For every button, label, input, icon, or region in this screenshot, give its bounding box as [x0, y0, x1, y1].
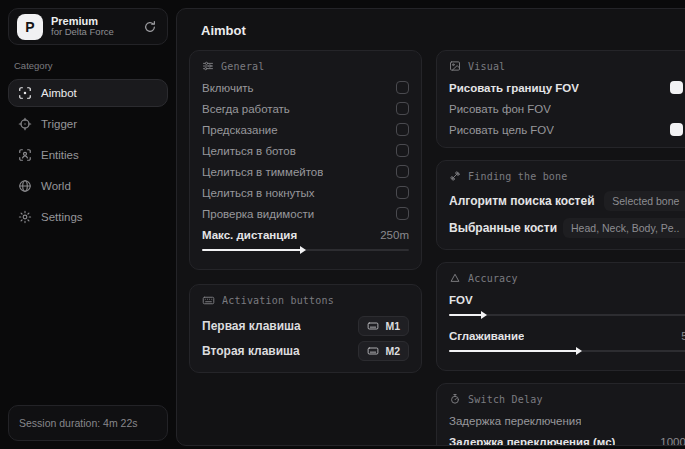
bone-header: Finding the bone — [449, 170, 685, 182]
smoothing-slider[interactable] — [449, 346, 685, 355]
refresh-icon[interactable] — [141, 18, 159, 36]
switch-delay-toggle-row: Задержка переключения — [449, 414, 685, 427]
toggle-label: Всегда работать — [202, 103, 290, 115]
first-key-label: Первая клавиша — [202, 319, 301, 333]
image-icon — [449, 60, 461, 72]
always-work-checkbox[interactable] — [396, 102, 409, 115]
fov-slider[interactable] — [449, 310, 685, 319]
switch-delay-header: Switch Delay — [449, 393, 685, 405]
slider-thumb[interactable] — [576, 347, 582, 355]
target-teammates-checkbox[interactable] — [396, 165, 409, 178]
fov-target-label: Рисовать цель FOV — [449, 124, 554, 136]
max-distance-row: Макс. дистанция 250m — [202, 228, 409, 241]
toggle-row-target-teammates: Целиться в тиммейтов — [202, 165, 409, 178]
fov-row: FOV 60° — [449, 293, 685, 306]
main-panel: Aimbot General — [176, 8, 685, 446]
fov-label: FOV — [449, 294, 473, 306]
switch-delay-header-label: Switch Delay — [468, 394, 543, 405]
tune-icon — [202, 60, 214, 72]
second-key-button[interactable]: M2 — [358, 341, 409, 361]
fov-border-controls — [670, 81, 685, 94]
gear-icon — [18, 210, 32, 224]
toggle-row-always-work: Всегда работать — [202, 102, 409, 115]
slider-fill — [202, 249, 301, 251]
toggle-row-enable: Включить — [202, 81, 409, 94]
brand-text: Premium for Delta Force — [51, 15, 133, 39]
first-key-value: M1 — [385, 320, 400, 332]
bone-algorithm-select[interactable]: Selected bone — [604, 191, 685, 211]
enable-checkbox[interactable] — [396, 81, 409, 94]
selected-bones-row: Выбранные кости Head, Neck, Body, Pe.. — [449, 218, 685, 238]
left-column: General Включить Всегда работать Предска… — [189, 50, 422, 373]
sidebar-item-aimbot[interactable]: Aimbot — [8, 79, 168, 107]
activation-card: Activation buttons Первая клавиша M1 — [189, 284, 422, 373]
prediction-checkbox[interactable] — [396, 123, 409, 136]
app-logo: P — [17, 14, 43, 40]
fov-background-label: Рисовать фон FOV — [449, 103, 551, 115]
smoothing-label: Сглаживание — [449, 330, 524, 342]
second-key-value: M2 — [385, 345, 400, 357]
toggle-row-visibility-check: Проверка видимости — [202, 207, 409, 220]
toggle-label: Целиться в ботов — [202, 145, 296, 157]
sidebar: P Premium for Delta Force Category Aimbo… — [0, 0, 176, 449]
general-card: General Включить Всегда работать Предска… — [189, 50, 422, 270]
max-distance-slider[interactable] — [202, 245, 409, 254]
target-bots-checkbox[interactable] — [396, 144, 409, 157]
fov-target-controls — [670, 123, 685, 136]
switch-delay-toggle-label: Задержка переключения — [449, 415, 581, 427]
visual-header-label: Visual — [468, 61, 505, 72]
toggle-row-target-bots: Целиться в ботов — [202, 144, 409, 157]
entities-icon — [18, 148, 32, 162]
second-key-label: Вторая клавиша — [202, 344, 300, 358]
selected-bones-value: Head, Neck, Body, Pe.. — [571, 222, 679, 234]
keyboard-icon — [367, 345, 379, 357]
accuracy-header: Accuracy — [449, 272, 685, 284]
visual-header: Visual — [449, 60, 685, 72]
stopwatch-icon — [449, 393, 461, 405]
visibility-check-checkbox[interactable] — [396, 207, 409, 220]
bone-algorithm-label: Алгоритм поиска костей — [449, 194, 595, 208]
sidebar-item-entities[interactable]: Entities — [8, 141, 168, 169]
slider-fill — [449, 314, 482, 316]
target-knocked-checkbox[interactable] — [396, 186, 409, 199]
switch-delay-card: Switch Delay Задержка переключения Задер… — [436, 383, 685, 446]
switch-delay-ms-value: 1000 ms — [660, 436, 685, 447]
session-duration: Session duration: 4m 22s — [8, 405, 168, 441]
fov-border-row: Рисовать границу FOV — [449, 81, 685, 94]
fov-target-row: Рисовать цель FOV — [449, 123, 685, 136]
switch-delay-ms-row: Задержка переключения (мс) 1000 ms — [449, 435, 685, 446]
sidebar-item-label: Trigger — [41, 118, 77, 130]
category-label: Category — [14, 60, 162, 71]
bone-algorithm-row: Алгоритм поиска костей Selected bone — [449, 191, 685, 211]
toggle-label: Целиться в тиммейтов — [202, 166, 323, 178]
keyboard-icon — [202, 294, 215, 307]
sidebar-item-world[interactable]: World — [8, 172, 168, 200]
selected-bones-select[interactable]: Head, Neck, Body, Pe.. — [563, 218, 685, 238]
toggle-label: Проверка видимости — [202, 208, 314, 220]
main-wrap: Aimbot General — [176, 0, 685, 449]
sidebar-item-trigger[interactable]: Trigger — [8, 110, 168, 138]
toggle-label: Целиться в нокнутых — [202, 187, 315, 199]
brand-subtitle: for Delta Force — [51, 27, 133, 38]
smoothing-value: 50% — [681, 330, 685, 342]
sidebar-item-settings[interactable]: Settings — [8, 203, 168, 231]
first-key-button[interactable]: M1 — [358, 316, 409, 336]
settings-columns: General Включить Всегда работать Предска… — [189, 50, 685, 446]
second-key-row: Вторая клавиша M2 — [202, 341, 409, 361]
world-icon — [18, 179, 32, 193]
fov-border-label: Рисовать границу FOV — [449, 82, 579, 94]
slider-thumb[interactable] — [481, 311, 487, 319]
bone-icon — [449, 170, 461, 182]
toggle-row-target-knocked: Целиться в нокнутых — [202, 186, 409, 199]
keyboard-icon — [367, 320, 379, 332]
max-distance-label: Макс. дистанция — [202, 229, 297, 241]
first-key-row: Первая клавиша M1 — [202, 316, 409, 336]
max-distance-value: 250m — [380, 229, 409, 241]
slider-thumb[interactable] — [300, 246, 306, 254]
fov-target-color-swatch[interactable] — [670, 123, 683, 136]
bone-card: Finding the bone Алгоритм поиска костей … — [436, 160, 685, 250]
fov-border-color-swatch[interactable] — [670, 81, 683, 94]
fov-background-row: Рисовать фон FOV — [449, 102, 685, 115]
bone-header-label: Finding the bone — [468, 171, 568, 182]
bone-algorithm-value: Selected bone — [612, 195, 679, 207]
